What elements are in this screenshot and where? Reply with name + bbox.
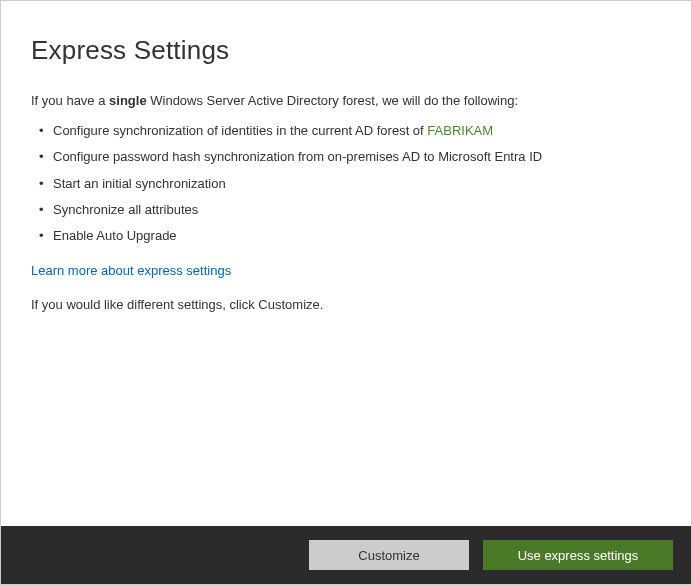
- customize-button[interactable]: Customize: [309, 540, 469, 570]
- use-express-settings-button[interactable]: Use express settings: [483, 540, 673, 570]
- intro-text: If you have a single Windows Server Acti…: [31, 92, 661, 110]
- outro-text: If you would like different settings, cl…: [31, 296, 661, 314]
- list-item-text: Configure password hash synchronization …: [53, 149, 542, 164]
- list-item-text: Synchronize all attributes: [53, 202, 198, 217]
- list-item-text: Configure synchronization of identities …: [53, 123, 427, 138]
- list-item-text: Enable Auto Upgrade: [53, 228, 177, 243]
- intro-suffix: Windows Server Active Directory forest, …: [147, 93, 518, 108]
- page-title: Express Settings: [31, 35, 661, 66]
- forest-name: FABRIKAM: [427, 123, 493, 138]
- list-item: Synchronize all attributes: [39, 201, 661, 219]
- list-item-text: Start an initial synchronization: [53, 176, 226, 191]
- main-content: Express Settings If you have a single Wi…: [1, 1, 691, 344]
- list-item: Configure password hash synchronization …: [39, 148, 661, 166]
- intro-bold: single: [109, 93, 147, 108]
- list-item: Enable Auto Upgrade: [39, 227, 661, 245]
- footer-bar: Customize Use express settings: [1, 526, 691, 584]
- intro-prefix: If you have a: [31, 93, 109, 108]
- list-item: Configure synchronization of identities …: [39, 122, 661, 140]
- learn-more-link[interactable]: Learn more about express settings: [31, 263, 231, 278]
- feature-list: Configure synchronization of identities …: [39, 122, 661, 245]
- list-item: Start an initial synchronization: [39, 175, 661, 193]
